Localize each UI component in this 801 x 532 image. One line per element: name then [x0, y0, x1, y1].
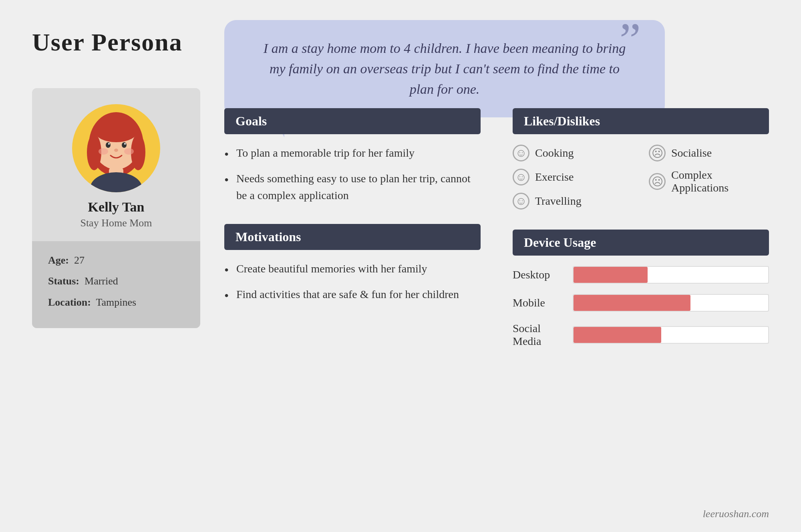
happy-icon	[513, 145, 529, 161]
dislike-item: Socialise	[649, 145, 769, 161]
avatar-svg	[76, 108, 156, 192]
svg-point-9	[122, 142, 127, 148]
happy-icon	[513, 193, 529, 210]
profile-name: Kelly Tan	[88, 200, 145, 215]
status-label: Status:	[48, 275, 79, 287]
like-item: Cooking	[513, 145, 633, 161]
likes-dislikes-header: Likes/Dislikes	[513, 108, 769, 134]
quote-mark: ”	[620, 16, 641, 64]
location-label: Location:	[48, 296, 91, 308]
location-value: Tampines	[96, 296, 136, 308]
bar-fill	[574, 267, 648, 283]
right-col: Likes/Dislikes Cooking Exercise Travelli…	[513, 108, 769, 500]
profile-top: Kelly Tan Stay Home Mom	[32, 88, 200, 237]
svg-point-13	[124, 148, 134, 155]
device-label: Mobile	[513, 296, 565, 309]
dislikes-col: Socialise Complex Applications	[649, 145, 769, 210]
avatar-circle	[72, 104, 160, 192]
list-item: Create beautiful memories with her famil…	[224, 260, 481, 277]
dislike-item: Complex Applications	[649, 169, 769, 194]
svg-point-8	[106, 142, 111, 148]
profile-role: Stay Home Mom	[80, 217, 152, 229]
list-item: To plan a memorable trip for her family	[224, 145, 481, 161]
like-label: Exercise	[535, 171, 574, 183]
device-usage-header: Device Usage	[513, 230, 769, 256]
svg-point-14	[114, 149, 118, 152]
profile-details: Age: 27 Status: Married Location: Tampin…	[32, 241, 200, 328]
motivations-header: Motivations	[224, 224, 481, 250]
motivations-list: Create beautiful memories with her famil…	[224, 260, 481, 303]
bar-fill	[574, 327, 661, 343]
age-label: Age:	[48, 254, 69, 266]
like-label: Travelling	[535, 195, 582, 208]
device-label: Desktop	[513, 268, 565, 281]
likes-grid: Cooking Exercise Travelling Soci	[513, 145, 769, 210]
age-row: Age: 27	[48, 253, 184, 268]
page-container: User Persona ” I am a stay home mom to 4…	[0, 0, 801, 532]
dislike-label: Socialise	[671, 147, 712, 159]
svg-point-12	[99, 148, 108, 155]
page-title: User Persona	[32, 28, 183, 56]
like-item: Travelling	[513, 193, 633, 210]
happy-icon	[513, 169, 529, 185]
main-content: Goals To plan a memorable trip for her f…	[224, 108, 769, 500]
footer-credit: leeruoshan.com	[703, 508, 769, 520]
status-row: Status: Married	[48, 274, 184, 288]
status-value: Married	[85, 275, 118, 287]
bar-container	[573, 294, 769, 312]
dislike-label: Complex Applications	[671, 169, 769, 194]
likes-col: Cooking Exercise Travelling	[513, 145, 633, 210]
list-item: Needs something easy to use to plan her …	[224, 170, 481, 204]
svg-point-10	[108, 143, 110, 145]
goals-header: Goals	[224, 108, 481, 134]
left-col: Goals To plan a memorable trip for her f…	[224, 108, 481, 500]
sad-icon	[649, 145, 666, 161]
device-row-mobile: Mobile	[513, 294, 769, 312]
device-row-desktop: Desktop	[513, 266, 769, 284]
bar-container	[573, 266, 769, 284]
device-label: SocialMedia	[513, 322, 565, 348]
svg-point-2	[90, 172, 142, 192]
like-label: Cooking	[535, 147, 574, 159]
bar-container	[573, 326, 769, 344]
bar-fill	[574, 295, 690, 311]
quote-text: I am a stay home mom to 4 children. I ha…	[256, 38, 633, 99]
age-value: 27	[74, 254, 85, 266]
profile-card: Kelly Tan Stay Home Mom Age: 27 Status: …	[32, 88, 200, 328]
location-row: Location: Tampines	[48, 295, 184, 310]
goals-list: To plan a memorable trip for her family …	[224, 145, 481, 204]
list-item: Find activities that are safe & fun for …	[224, 286, 481, 303]
device-row-social: SocialMedia	[513, 322, 769, 348]
sad-icon	[649, 173, 666, 190]
svg-point-11	[124, 143, 126, 145]
like-item: Exercise	[513, 169, 633, 185]
quote-bubble: ” I am a stay home mom to 4 children. I …	[224, 20, 665, 117]
